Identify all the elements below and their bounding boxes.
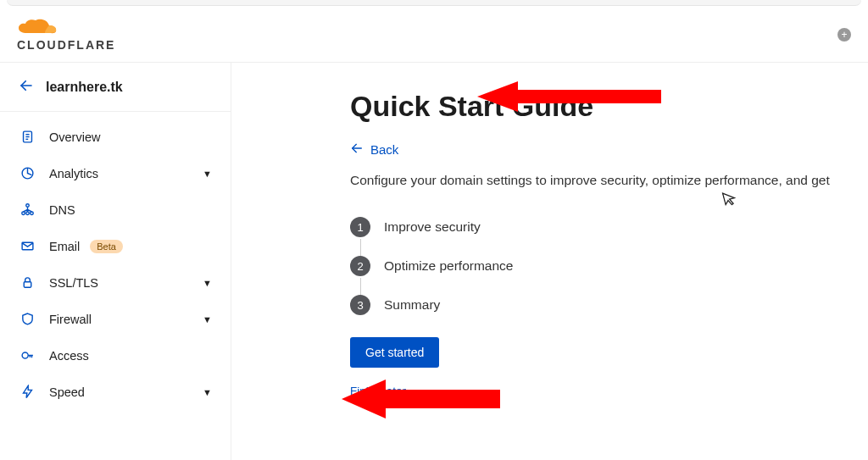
svg-point-9 — [30, 212, 33, 215]
sidebar-nav: Overview Analytics ▼ DNS Email — [0, 112, 231, 410]
sidebar-item-label: Analytics — [49, 167, 98, 180]
main-content: Quick Start Guide Back Configure your do… — [231, 63, 868, 460]
svg-point-8 — [25, 212, 29, 215]
shield-icon — [19, 312, 36, 326]
svg-rect-11 — [24, 282, 31, 287]
sidebar-item-analytics[interactable]: Analytics ▼ — [0, 155, 231, 191]
chevron-down-icon: ▼ — [203, 278, 212, 288]
network-icon — [19, 202, 36, 217]
finish-later-link[interactable]: Finish later — [350, 385, 868, 397]
sidebar-item-label: Firewall — [49, 313, 92, 326]
step-label: Summary — [384, 297, 440, 313]
sidebar-item-speed[interactable]: Speed ▼ — [0, 374, 231, 410]
sidebar-item-access[interactable]: Access — [0, 337, 231, 374]
step-number-badge: 1 — [350, 217, 370, 237]
sidebar-item-firewall[interactable]: Firewall ▼ — [0, 301, 231, 337]
svg-point-12 — [22, 352, 28, 358]
page-description: Configure your domain settings to improv… — [350, 173, 868, 188]
back-link[interactable]: Back — [350, 141, 398, 158]
chevron-down-icon: ▼ — [203, 387, 212, 397]
steps-list: 1 Improve security 2 Optimize performanc… — [350, 217, 868, 315]
svg-point-7 — [21, 212, 25, 215]
chevron-down-icon: ▼ — [203, 169, 212, 179]
sidebar-item-label: Email — [49, 240, 80, 253]
chart-icon — [19, 166, 36, 180]
cloud-icon — [17, 18, 58, 36]
bolt-icon — [19, 385, 36, 399]
back-link-label: Back — [370, 142, 398, 157]
svg-marker-13 — [23, 385, 31, 397]
step-item: 2 Optimize performance — [350, 256, 868, 276]
sidebar-item-label: Speed — [49, 385, 85, 399]
step-label: Improve security — [384, 219, 481, 235]
browser-chrome-strip — [7, 0, 861, 6]
sidebar-item-label: SSL/TLS — [49, 276, 98, 290]
clipboard-icon — [19, 130, 36, 144]
access-icon — [19, 348, 36, 363]
brand-text: CLOUDFLARE — [17, 38, 115, 52]
domain-header[interactable]: learnhere.tk — [0, 63, 231, 112]
sidebar-item-label: DNS — [49, 203, 75, 217]
step-number-badge: 3 — [350, 295, 370, 315]
sidebar-item-label: Overview — [49, 130, 100, 144]
app-header: CLOUDFLARE + — [0, 6, 868, 63]
step-label: Optimize performance — [384, 258, 513, 274]
page-title: Quick Start Guide — [350, 90, 868, 123]
step-item: 3 Summary — [350, 295, 868, 315]
arrow-left-icon — [350, 141, 364, 158]
step-number-badge: 2 — [350, 256, 370, 276]
back-arrow-icon[interactable] — [19, 78, 34, 96]
sidebar-item-label: Access — [49, 349, 89, 363]
sidebar-item-email[interactable]: Email Beta — [0, 228, 231, 264]
svg-point-6 — [25, 204, 29, 208]
email-icon — [19, 239, 36, 253]
lock-icon — [19, 275, 36, 290]
sidebar-item-dns[interactable]: DNS — [0, 191, 231, 228]
sidebar: learnhere.tk Overview Analytics ▼ DN — [0, 63, 231, 460]
chevron-down-icon: ▼ — [203, 314, 212, 324]
get-started-button[interactable]: Get started — [350, 337, 439, 368]
step-item: 1 Improve security — [350, 217, 868, 237]
beta-badge: Beta — [90, 240, 123, 253]
cursor-icon — [721, 189, 738, 211]
add-site-button[interactable]: + — [837, 28, 851, 42]
sidebar-item-overview[interactable]: Overview — [0, 119, 231, 155]
domain-name: learnhere.tk — [46, 80, 123, 95]
brand-logo[interactable]: CLOUDFLARE — [17, 18, 115, 52]
sidebar-item-ssl-tls[interactable]: SSL/TLS ▼ — [0, 264, 231, 301]
